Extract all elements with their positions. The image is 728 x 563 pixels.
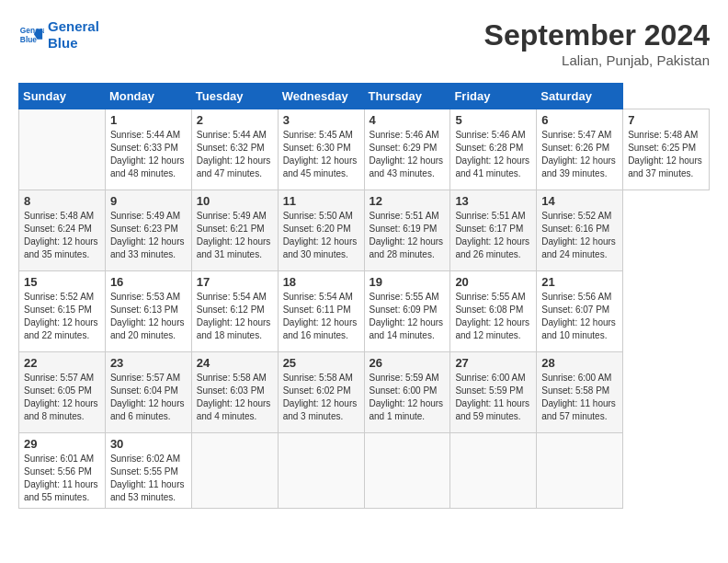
logo: General Blue General Blue: [18, 18, 99, 52]
day-info: Sunrise: 5:52 AM Sunset: 6:15 PM Dayligh…: [24, 291, 100, 342]
calendar-cell: 26Sunrise: 5:59 AM Sunset: 6:00 PM Dayli…: [364, 352, 450, 433]
calendar-cell: 2Sunrise: 5:44 AM Sunset: 6:32 PM Daylig…: [191, 109, 278, 190]
calendar-cell: 20Sunrise: 5:55 AM Sunset: 6:08 PM Dayli…: [450, 271, 537, 352]
weekday-header-thursday: Thursday: [364, 84, 450, 109]
calendar-cell: 14Sunrise: 5:52 AM Sunset: 6:16 PM Dayli…: [537, 190, 623, 271]
location: Lalian, Punjab, Pakistan: [484, 52, 710, 68]
weekday-header-saturday: Saturday: [537, 84, 623, 109]
calendar-body: 1Sunrise: 5:44 AM Sunset: 6:33 PM Daylig…: [19, 109, 710, 509]
day-number: 13: [455, 194, 531, 208]
day-info: Sunrise: 5:48 AM Sunset: 6:24 PM Dayligh…: [24, 210, 100, 261]
day-number: 15: [24, 275, 100, 289]
calendar-week-row: 15Sunrise: 5:52 AM Sunset: 6:15 PM Dayli…: [19, 271, 710, 352]
logo-blue: Blue: [48, 35, 99, 52]
day-number: 16: [110, 275, 187, 289]
day-number: 29: [24, 437, 100, 451]
day-info: Sunrise: 5:44 AM Sunset: 6:33 PM Dayligh…: [110, 129, 187, 180]
logo-icon: General Blue: [18, 22, 44, 48]
day-number: 22: [24, 356, 100, 370]
day-info: Sunrise: 5:56 AM Sunset: 6:07 PM Dayligh…: [541, 291, 618, 342]
day-number: 17: [197, 275, 273, 289]
svg-text:Blue: Blue: [20, 35, 37, 44]
day-info: Sunrise: 5:54 AM Sunset: 6:11 PM Dayligh…: [283, 291, 359, 342]
day-info: Sunrise: 5:47 AM Sunset: 6:26 PM Dayligh…: [541, 129, 618, 180]
calendar-cell: 12Sunrise: 5:51 AM Sunset: 6:19 PM Dayli…: [364, 190, 450, 271]
calendar-week-row: 22Sunrise: 5:57 AM Sunset: 6:05 PM Dayli…: [19, 352, 710, 433]
day-number: 6: [541, 113, 618, 127]
day-number: 4: [370, 113, 446, 127]
day-info: Sunrise: 5:53 AM Sunset: 6:13 PM Dayligh…: [110, 291, 187, 342]
calendar-cell: [450, 433, 537, 509]
calendar-cell: 24Sunrise: 5:58 AM Sunset: 6:03 PM Dayli…: [191, 352, 278, 433]
day-info: Sunrise: 5:58 AM Sunset: 6:02 PM Dayligh…: [283, 372, 359, 423]
day-info: Sunrise: 5:57 AM Sunset: 6:04 PM Dayligh…: [110, 372, 187, 423]
day-info: Sunrise: 5:50 AM Sunset: 6:20 PM Dayligh…: [283, 210, 359, 261]
page-header: General Blue General Blue September 2024…: [18, 18, 710, 68]
day-number: 7: [628, 113, 704, 127]
calendar-cell: 19Sunrise: 5:55 AM Sunset: 6:09 PM Dayli…: [364, 271, 450, 352]
calendar-cell: 18Sunrise: 5:54 AM Sunset: 6:11 PM Dayli…: [278, 271, 364, 352]
logo-general: General: [48, 18, 99, 35]
day-info: Sunrise: 5:49 AM Sunset: 6:23 PM Dayligh…: [110, 210, 187, 261]
calendar-cell: 15Sunrise: 5:52 AM Sunset: 6:15 PM Dayli…: [19, 271, 106, 352]
calendar-cell: [191, 433, 278, 509]
calendar-table: SundayMondayTuesdayWednesdayThursdayFrid…: [18, 83, 710, 509]
day-info: Sunrise: 5:55 AM Sunset: 6:09 PM Dayligh…: [370, 291, 446, 342]
calendar-cell: 7Sunrise: 5:48 AM Sunset: 6:25 PM Daylig…: [623, 109, 710, 190]
calendar-cell: 28Sunrise: 6:00 AM Sunset: 5:58 PM Dayli…: [537, 352, 623, 433]
calendar-cell: 13Sunrise: 5:51 AM Sunset: 6:17 PM Dayli…: [450, 190, 537, 271]
day-info: Sunrise: 5:49 AM Sunset: 6:21 PM Dayligh…: [197, 210, 273, 261]
calendar-cell: [364, 433, 450, 509]
day-number: 10: [197, 194, 273, 208]
calendar-cell: 11Sunrise: 5:50 AM Sunset: 6:20 PM Dayli…: [278, 190, 364, 271]
calendar-cell: 21Sunrise: 5:56 AM Sunset: 6:07 PM Dayli…: [537, 271, 623, 352]
day-info: Sunrise: 5:58 AM Sunset: 6:03 PM Dayligh…: [197, 372, 273, 423]
weekday-header-sunday: Sunday: [19, 84, 106, 109]
calendar-cell: 27Sunrise: 6:00 AM Sunset: 5:59 PM Dayli…: [450, 352, 537, 433]
day-info: Sunrise: 6:02 AM Sunset: 5:55 PM Dayligh…: [110, 453, 187, 504]
day-number: 3: [283, 113, 359, 127]
calendar-cell: [537, 433, 623, 509]
calendar-cell: 30Sunrise: 6:02 AM Sunset: 5:55 PM Dayli…: [105, 433, 191, 509]
day-number: 20: [455, 275, 531, 289]
day-number: 19: [370, 275, 446, 289]
calendar-cell: 6Sunrise: 5:47 AM Sunset: 6:26 PM Daylig…: [537, 109, 623, 190]
day-info: Sunrise: 5:48 AM Sunset: 6:25 PM Dayligh…: [628, 129, 704, 180]
day-info: Sunrise: 5:44 AM Sunset: 6:32 PM Dayligh…: [197, 129, 273, 180]
weekday-header-wednesday: Wednesday: [278, 84, 364, 109]
calendar-header-row: SundayMondayTuesdayWednesdayThursdayFrid…: [19, 84, 710, 109]
day-number: 21: [541, 275, 618, 289]
day-number: 5: [455, 113, 531, 127]
calendar-cell: 8Sunrise: 5:48 AM Sunset: 6:24 PM Daylig…: [19, 190, 106, 271]
weekday-header-tuesday: Tuesday: [191, 84, 278, 109]
calendar-cell: 29Sunrise: 6:01 AM Sunset: 5:56 PM Dayli…: [19, 433, 106, 509]
month-title: September 2024: [484, 18, 710, 52]
day-info: Sunrise: 5:52 AM Sunset: 6:16 PM Dayligh…: [541, 210, 618, 261]
day-info: Sunrise: 5:46 AM Sunset: 6:29 PM Dayligh…: [370, 129, 446, 180]
day-info: Sunrise: 5:55 AM Sunset: 6:08 PM Dayligh…: [455, 291, 531, 342]
day-number: 30: [110, 437, 187, 451]
calendar-week-row: 29Sunrise: 6:01 AM Sunset: 5:56 PM Dayli…: [19, 433, 710, 509]
day-info: Sunrise: 5:59 AM Sunset: 6:00 PM Dayligh…: [370, 372, 446, 423]
day-number: 8: [24, 194, 100, 208]
weekday-header-friday: Friday: [450, 84, 537, 109]
day-info: Sunrise: 5:45 AM Sunset: 6:30 PM Dayligh…: [283, 129, 359, 180]
calendar-cell: 16Sunrise: 5:53 AM Sunset: 6:13 PM Dayli…: [105, 271, 191, 352]
calendar-cell: 3Sunrise: 5:45 AM Sunset: 6:30 PM Daylig…: [278, 109, 364, 190]
calendar-cell: 1Sunrise: 5:44 AM Sunset: 6:33 PM Daylig…: [105, 109, 191, 190]
day-number: 12: [370, 194, 446, 208]
calendar-cell: 10Sunrise: 5:49 AM Sunset: 6:21 PM Dayli…: [191, 190, 278, 271]
day-number: 2: [197, 113, 273, 127]
day-info: Sunrise: 6:01 AM Sunset: 5:56 PM Dayligh…: [24, 453, 100, 504]
day-number: 18: [283, 275, 359, 289]
day-number: 11: [283, 194, 359, 208]
day-number: 26: [370, 356, 446, 370]
day-info: Sunrise: 5:51 AM Sunset: 6:19 PM Dayligh…: [370, 210, 446, 261]
day-info: Sunrise: 5:46 AM Sunset: 6:28 PM Dayligh…: [455, 129, 531, 180]
calendar-week-row: 8Sunrise: 5:48 AM Sunset: 6:24 PM Daylig…: [19, 190, 710, 271]
calendar-week-row: 1Sunrise: 5:44 AM Sunset: 6:33 PM Daylig…: [19, 109, 710, 190]
day-info: Sunrise: 6:00 AM Sunset: 5:59 PM Dayligh…: [455, 372, 531, 423]
day-info: Sunrise: 6:00 AM Sunset: 5:58 PM Dayligh…: [541, 372, 618, 423]
calendar-cell: 4Sunrise: 5:46 AM Sunset: 6:29 PM Daylig…: [364, 109, 450, 190]
day-info: Sunrise: 5:54 AM Sunset: 6:12 PM Dayligh…: [197, 291, 273, 342]
